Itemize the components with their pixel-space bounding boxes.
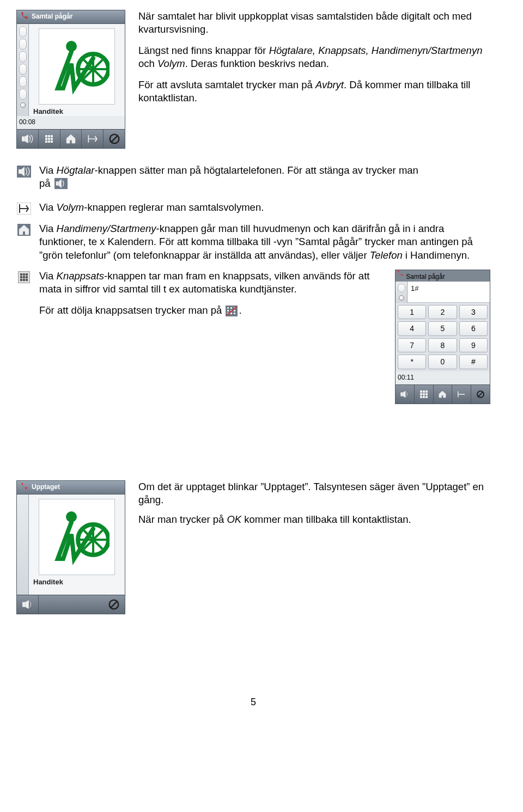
keypad-key-6[interactable]: 6	[459, 321, 488, 335]
keypad-key-5[interactable]: 5	[428, 321, 457, 335]
busy-quarter-col	[17, 494, 29, 595]
volume-icon	[16, 201, 32, 215]
intro-text: När samtalet har blivit uppkopplat visas…	[138, 10, 490, 149]
home-button[interactable]	[60, 130, 82, 148]
keypad-close-icon	[226, 306, 238, 320]
keypad-key-4[interactable]: 4	[398, 321, 426, 335]
keypad-key-9[interactable]: 9	[459, 338, 488, 352]
svg-rect-19	[227, 310, 229, 312]
busy-p1: Om det är upptaget blinkar ”Upptaget”. T…	[138, 480, 490, 507]
mini-titlebar: Samtal pågår	[396, 270, 490, 282]
svg-rect-23	[230, 313, 232, 314]
svg-rect-17	[230, 307, 232, 309]
busy-text: Om det är upptaget blinkar ”Upptaget”. T…	[138, 480, 490, 614]
home-icon	[16, 222, 32, 236]
svg-rect-24	[234, 313, 235, 314]
phone-handset-icon	[19, 483, 29, 492]
intro-p1: När samtalet har blivit uppkopplat visas…	[138, 10, 490, 36]
svg-line-8	[111, 136, 118, 142]
busy-titlebar: Upptaget	[17, 481, 125, 494]
busy-p2: När man trycker på OK kommer man tillbak…	[138, 513, 490, 526]
svg-rect-26	[400, 392, 403, 396]
bullet-volume: Via Volym-knappen reglerar man samtalsvo…	[16, 201, 490, 215]
bullet-speaker: Via Högtalar-knappen sätter man på högta…	[16, 164, 490, 193]
phone-title: Samtal pågår	[32, 13, 72, 21]
active-dot	[20, 102, 26, 108]
svg-rect-35	[22, 602, 25, 607]
svg-rect-10	[19, 169, 21, 174]
phone-mock-keypad: Samtal pågår 1# 123456789*0# 00:11	[395, 270, 490, 404]
busy-title: Upptaget	[32, 483, 60, 492]
keypad-button[interactable]	[39, 130, 60, 148]
keypad-key-0[interactable]: 0	[428, 355, 457, 369]
keypad-key-1[interactable]: 1	[398, 305, 426, 319]
phone-toolbar	[17, 129, 125, 148]
busy-cancel-button[interactable]	[103, 595, 125, 614]
phone-titlebar: Samtal pågår	[17, 10, 125, 24]
svg-rect-21	[234, 310, 235, 312]
speaker-button[interactable]	[17, 130, 39, 148]
speaker-icon	[16, 164, 32, 178]
contact-name: Handitek	[29, 107, 125, 116]
contact-image	[39, 28, 115, 105]
keypad-key-8[interactable]: 8	[428, 338, 457, 352]
svg-rect-16	[227, 307, 229, 309]
svg-line-37	[111, 601, 117, 608]
svg-rect-6	[22, 136, 25, 141]
bullet-home: Via Handimeny/Startmeny-knappen går man …	[16, 222, 490, 262]
phone-handset-icon	[396, 270, 404, 279]
mini-cancel-button[interactable]	[471, 385, 490, 404]
keypad-icon	[16, 270, 32, 283]
quarter-indicator-column	[17, 24, 29, 116]
keypad-key-2[interactable]: 2	[428, 305, 457, 319]
mini-keypad-button[interactable]	[415, 385, 434, 404]
volume-button[interactable]	[82, 130, 104, 148]
speaker-off-icon	[54, 178, 68, 193]
hide-keypad-text: För att dölja knappsatsen trycker man på…	[39, 304, 382, 320]
phone-mock-busy: Upptaget Handitek	[16, 480, 125, 614]
keypad-grid: 123456789*0#	[396, 303, 490, 371]
cancel-button[interactable]	[104, 130, 125, 148]
svg-line-28	[478, 392, 483, 396]
busy-contact-image	[39, 499, 115, 575]
mini-quarter-col	[396, 282, 408, 303]
page-number: 5	[16, 696, 490, 709]
mini-title: Samtal pågår	[406, 273, 445, 280]
intro-p3: För att avsluta samtalet trycker man på …	[138, 78, 490, 105]
svg-rect-12	[56, 182, 58, 186]
call-timer: 00:08	[17, 116, 125, 129]
keypad-key-#[interactable]: #	[459, 355, 488, 369]
keypad-key-7[interactable]: 7	[398, 338, 426, 352]
busy-contact-name: Handitek	[29, 577, 125, 587]
bullet-keypad: Via Knappsats-knappen tar man fram en kn…	[16, 270, 382, 296]
busy-speaker-button[interactable]	[17, 595, 39, 614]
mini-home-button[interactable]	[434, 385, 453, 404]
keypad-display: 1#	[408, 282, 490, 303]
keypad-key-*[interactable]: *	[398, 355, 426, 369]
mini-speaker-button[interactable]	[396, 385, 415, 404]
phone-mock-call: Samtal pågår	[16, 10, 125, 149]
mini-timer: 00:11	[396, 371, 490, 384]
mini-volume-button[interactable]	[452, 385, 471, 404]
phone-handset-icon	[19, 12, 29, 22]
intro-p2: Längst ned finns knappar för Högtalare, …	[138, 44, 490, 71]
keypad-key-3[interactable]: 3	[459, 305, 488, 319]
